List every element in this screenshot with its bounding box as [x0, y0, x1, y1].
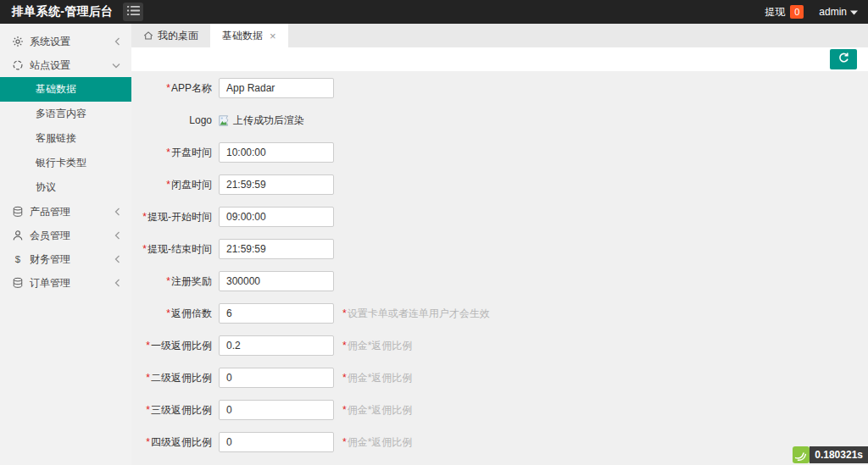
field-label-text: 四级返佣比例 — [151, 436, 212, 448]
close-time-input[interactable] — [219, 174, 334, 195]
withdraw-start-time-input[interactable] — [219, 207, 334, 227]
field-label-text: Logo — [189, 114, 212, 126]
logo-alt-text: 上传成功后渲染 — [233, 113, 304, 128]
tab-basic-data[interactable]: 基础数据× — [210, 24, 288, 47]
sidebar-item-label: 订单管理 — [30, 276, 70, 291]
trace-bar: 0.180321s — [793, 446, 868, 463]
form-row-register-reward: *注册奖励 — [131, 271, 868, 291]
register-reward-input[interactable] — [219, 271, 334, 291]
chevron-left-icon — [114, 255, 120, 263]
field-label-text: APP名称 — [171, 82, 212, 94]
field-hint-text: 设置卡单或者连单用户才会生效 — [348, 307, 490, 319]
rebate-level3-input[interactable] — [219, 400, 334, 420]
field-label: *开盘时间 — [131, 146, 212, 160]
sidebar-item-label: 财务管理 — [30, 252, 70, 267]
sidebar-item-label: 会员管理 — [30, 229, 70, 243]
field-label: *提现-结束时间 — [131, 242, 212, 257]
form-row-withdraw-start-time: *提现-开始时间 — [131, 207, 868, 227]
form-row-close-time: *闭盘时间 — [131, 174, 868, 195]
home-icon — [143, 30, 153, 41]
withdraw-end-time-input[interactable] — [219, 239, 334, 259]
required-asterisk: * — [166, 147, 170, 158]
sidebar-item-multi-language[interactable]: 多语言内容 — [0, 102, 131, 126]
required-asterisk: * — [342, 436, 347, 448]
form-row-open-time: *开盘时间 — [131, 142, 868, 163]
sidebar-item-label: 基础数据 — [36, 82, 76, 97]
sidebar-item-order-management[interactable]: 订单管理 — [0, 271, 131, 295]
field-label: *四级返佣比例 — [131, 435, 212, 450]
required-asterisk: * — [166, 179, 170, 191]
required-asterisk: * — [146, 404, 150, 416]
form-row-rebate-multiple: *返佣倍数*设置卡单或者连单用户才会生效 — [131, 303, 868, 324]
coins-icon — [11, 206, 24, 218]
refresh-button[interactable] — [830, 49, 857, 69]
required-asterisk: * — [142, 243, 147, 255]
chevron-left-icon — [114, 231, 120, 240]
list-icon — [127, 4, 140, 19]
page-load-time: 0.180321s — [810, 446, 868, 463]
field-hint-text: 佣金*返佣比例 — [348, 340, 413, 352]
required-asterisk: * — [342, 404, 347, 416]
withdraw-count-badge[interactable]: 0 — [790, 5, 804, 19]
sidebar-item-system-settings[interactable]: 系统设置 — [0, 30, 131, 53]
required-asterisk: * — [166, 275, 170, 287]
broken-image-icon — [219, 115, 231, 126]
chevron-left-icon — [114, 208, 120, 216]
toolbar — [131, 47, 868, 71]
field-label-text: 注册奖励 — [171, 275, 212, 287]
sidebar-item-service-link[interactable]: 客服链接 — [0, 126, 131, 151]
required-asterisk: * — [146, 436, 150, 448]
chevron-down-icon — [112, 63, 120, 69]
required-asterisk: * — [146, 340, 150, 352]
sidebar-item-label: 协议 — [36, 180, 56, 195]
sidebar-item-site-settings[interactable]: 站点设置 — [0, 53, 131, 77]
form-row-withdraw-end-time: *提现-结束时间 — [131, 239, 868, 259]
field-label-text: 开盘时间 — [171, 147, 212, 158]
form-row-rebate-level4: *四级返佣比例*佣金*返佣比例 — [131, 432, 868, 452]
top-header: 排单系统-管理后台 提现 0 admin — [0, 0, 868, 24]
open-time-input[interactable] — [219, 142, 334, 163]
required-asterisk: * — [142, 211, 147, 223]
field-label-text: 二级返佣比例 — [151, 372, 212, 384]
withdraw-link[interactable]: 提现 — [765, 5, 785, 19]
sidebar-item-product-management[interactable]: 产品管理 — [0, 200, 131, 224]
field-label-text: 提现-开始时间 — [147, 211, 212, 223]
rebate-level2-input[interactable] — [219, 368, 334, 388]
field-label: *APP名称 — [131, 81, 212, 96]
field-label-text: 提现-结束时间 — [147, 243, 212, 255]
site-icon — [11, 59, 24, 71]
app-title: 排单系统-管理后台 — [12, 4, 113, 19]
app-name-input[interactable] — [219, 78, 334, 98]
menu-toggle-button[interactable] — [123, 3, 143, 21]
sidebar-item-basic-data[interactable]: 基础数据 — [0, 77, 131, 102]
refresh-icon — [837, 52, 850, 67]
thinkphp-logo-icon[interactable] — [793, 446, 810, 463]
field-hint: *佣金*返佣比例 — [342, 435, 412, 450]
sidebar-item-member-management[interactable]: 会员管理 — [0, 224, 131, 247]
order-icon — [11, 277, 24, 289]
user-menu[interactable]: admin — [819, 6, 858, 18]
field-label-text: 返佣倍数 — [171, 307, 212, 319]
sidebar-item-agreement[interactable]: 协议 — [0, 175, 131, 200]
sidebar-item-bank-card-type[interactable]: 银行卡类型 — [0, 151, 131, 175]
field-label: *二级返佣比例 — [131, 371, 212, 385]
required-asterisk: * — [342, 307, 347, 319]
field-label: *闭盘时间 — [131, 178, 212, 192]
field-hint-text: 佣金*返佣比例 — [348, 404, 413, 416]
header-right: 提现 0 admin — [765, 5, 858, 19]
rebate-multiple-input[interactable] — [219, 303, 334, 324]
form-row-rebate-level1: *一级返佣比例*佣金*返佣比例 — [131, 335, 868, 356]
field-hint: *佣金*返佣比例 — [342, 371, 412, 385]
close-icon[interactable]: × — [270, 30, 276, 42]
logo-upload-preview[interactable]: 上传成功后渲染 — [219, 113, 304, 128]
rebate-level4-input[interactable] — [219, 432, 334, 452]
sidebar-item-finance-management[interactable]: $财务管理 — [0, 247, 131, 271]
gear-icon — [11, 36, 24, 47]
username: admin — [819, 6, 847, 18]
sidebar-item-label: 产品管理 — [30, 205, 70, 219]
field-label-text: 三级返佣比例 — [151, 404, 212, 416]
chevron-left-icon — [114, 279, 120, 287]
chevron-left-icon — [114, 37, 120, 46]
rebate-level1-input[interactable] — [219, 335, 334, 356]
tab-desktop[interactable]: 我的桌面 — [131, 24, 210, 47]
